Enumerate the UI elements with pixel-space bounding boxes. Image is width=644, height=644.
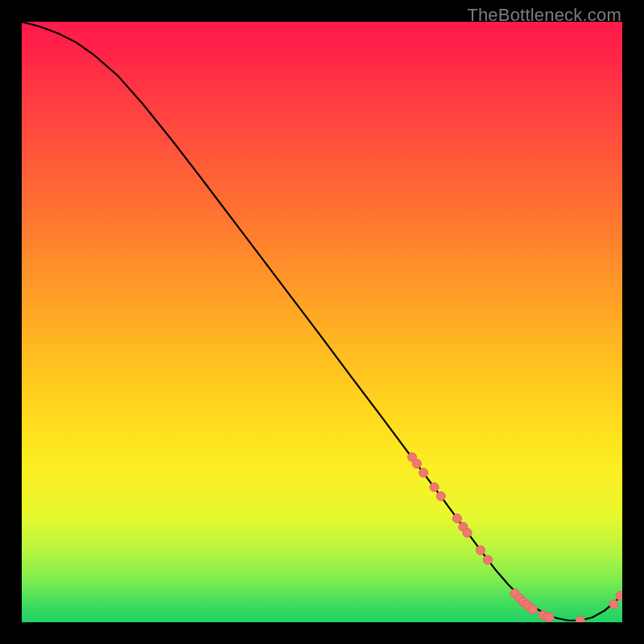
curve-overlay <box>22 22 622 622</box>
data-marker <box>528 605 537 614</box>
data-marker <box>463 528 472 537</box>
chart-frame: TheBottleneck.com <box>0 0 644 644</box>
data-marker <box>436 492 445 501</box>
data-marker <box>609 600 618 609</box>
data-marker <box>576 616 584 622</box>
data-marker <box>430 483 439 492</box>
data-marker <box>616 592 622 601</box>
data-marker <box>483 555 492 564</box>
data-marker <box>412 459 421 468</box>
data-marker <box>476 546 485 555</box>
data-marker <box>419 469 427 477</box>
bottleneck-curve <box>22 22 622 621</box>
data-marker <box>452 514 461 522</box>
data-marker <box>545 613 554 621</box>
data-markers <box>407 452 622 622</box>
